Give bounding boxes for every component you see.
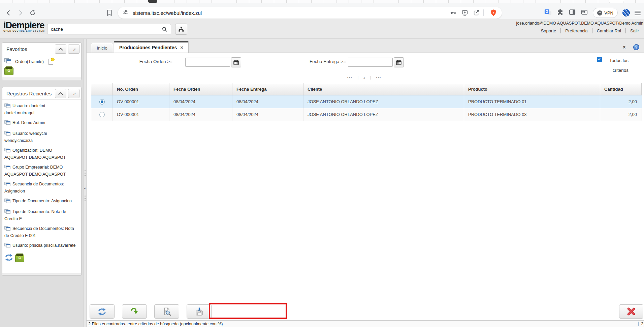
status-message: 2 Filas encontradas- entre criterios de …: [88, 322, 638, 326]
cell-fecha-orden: 08/04/2024: [169, 95, 232, 108]
list-item[interactable]: Organización: DEMO AQUASPOT DEMO AQUASPO…: [4, 147, 76, 160]
recent-panel-actions: ♻: [2, 253, 81, 263]
sidebar-splitter[interactable]: ◂: [84, 39, 87, 327]
zoom-record-button[interactable]: [154, 304, 179, 319]
bookmark-icon[interactable]: [105, 8, 114, 17]
menu-tree-button[interactable]: [175, 24, 187, 35]
annotation-red-box: [209, 303, 287, 319]
fecha-entrega-calendar-button[interactable]: [394, 57, 404, 67]
refresh-button[interactable]: [90, 304, 115, 319]
link-soporte[interactable]: Soporte: [537, 28, 561, 33]
export-button[interactable]: [187, 304, 212, 319]
col-cliente[interactable]: Cliente: [303, 83, 464, 95]
reset-button[interactable]: [122, 304, 147, 319]
install-icon[interactable]: [460, 8, 469, 17]
list-item[interactable]: Tipo de Documento: Asignacion: [4, 198, 76, 205]
collapse-button[interactable]: [55, 89, 66, 98]
help-icon[interactable]: ?: [633, 44, 639, 50]
key-icon[interactable]: [449, 8, 458, 17]
table-row[interactable]: OV-000001 08/04/2024 08/04/2024 JOSE ANT…: [91, 95, 642, 108]
fecha-orden-input[interactable]: [185, 58, 230, 67]
col-no-orden[interactable]: No. Orden: [113, 83, 169, 95]
col-fecha-entrega[interactable]: Fecha Entrega: [232, 83, 303, 95]
new-record-icon[interactable]: [49, 59, 53, 65]
table-header-row: No. Orden Fecha Orden Fecha Entrega Clie…: [91, 83, 642, 95]
splitter-collapse-arrow[interactable]: ◂: [84, 186, 86, 190]
main-area: Inicio Producciones Pendientes × « ? Fec…: [87, 39, 644, 327]
favorites-trash-row: ♻: [2, 65, 81, 77]
fecha-orden-calendar-button[interactable]: [231, 57, 241, 67]
list-item[interactable]: Secuencia de Documentos: Nota de Credito…: [4, 226, 76, 239]
status-bar: 2 Filas encontradas- entre criterios de …: [87, 320, 644, 327]
row-radio[interactable]: [99, 112, 105, 117]
window-icon: [4, 120, 10, 127]
vpn-button[interactable]: VPN: [593, 8, 618, 18]
splitter-dots-right[interactable]: •••: [376, 76, 381, 79]
tab-producciones-pendientes[interactable]: Producciones Pendientes ×: [114, 41, 189, 53]
tab-label: Producciones Pendientes: [119, 45, 177, 50]
back-icon[interactable]: [4, 8, 13, 17]
cancel-button[interactable]: [619, 304, 643, 319]
col-fecha-orden[interactable]: Fecha Orden: [169, 83, 232, 95]
panel-footer-strip: [2, 78, 81, 80]
link-cambiar-rol[interactable]: Cambiar Rol: [592, 28, 625, 33]
sidebar-toggle-icon[interactable]: [569, 8, 576, 17]
expand-button[interactable]: ↔: [68, 89, 79, 98]
extensions-puzzle-icon[interactable]: [556, 8, 564, 17]
list-item[interactable]: Usuario: wendychi wendy.chicaiza: [4, 130, 76, 144]
splitter-dots-left[interactable]: •••: [347, 76, 352, 79]
col-producto[interactable]: Producto: [464, 83, 600, 95]
logo-tagline: OPEN SOURCE ERP SYSTEM: [3, 30, 47, 32]
cell-fecha-orden: 08/04/2024: [169, 108, 232, 121]
trash-icon[interactable]: ♻: [4, 67, 13, 75]
share-icon[interactable]: [472, 8, 481, 17]
wallet-icon[interactable]: [581, 8, 588, 17]
tab-bar: Inicio Producciones Pendientes × « ?: [87, 40, 644, 53]
row-radio-selected[interactable]: [99, 99, 105, 105]
favorites-panel: Favoritos ↔ Orden(Tramite) ♻: [2, 42, 82, 80]
list-item[interactable]: Secuencia de Documentos: Asignacion: [4, 181, 76, 194]
tune-icon[interactable]: [122, 9, 129, 17]
list-item-label: Tipo de Documento: Nota de Credito E: [4, 209, 66, 221]
menu-icon[interactable]: [635, 11, 641, 15]
browser-toolbar: sistema.itsc.ec/webui/index.zul G: [0, 3, 644, 19]
all-criteria-field: ✓ Todos los criterios: [597, 56, 629, 75]
collapse-button[interactable]: [55, 44, 66, 54]
splitter-collapse-up[interactable]: ▴: [363, 76, 365, 79]
forward-icon[interactable]: [16, 8, 25, 17]
info-window-content: Fecha Orden >= Fecha Entrega >= ✓ Todos …: [87, 53, 644, 320]
search-icon[interactable]: [159, 24, 171, 34]
close-tab-icon[interactable]: ×: [180, 45, 183, 50]
tab-label: Inicio: [97, 46, 107, 51]
list-item[interactable]: Rol: Demo Admin: [4, 120, 76, 127]
translate-icon[interactable]: G: [544, 8, 552, 17]
expand-button[interactable]: ↔: [68, 44, 79, 54]
cell-no-orden: OV-000001: [113, 108, 169, 121]
url-bar[interactable]: sistema.itsc.ec/webui/index.zul: [118, 7, 502, 19]
tab-inicio[interactable]: Inicio: [91, 43, 113, 53]
trash-icon[interactable]: ♻: [15, 255, 24, 262]
url-text[interactable]: sistema.itsc.ec/webui/index.zul: [133, 10, 446, 16]
favorite-item-orden-tramite[interactable]: Orden(Tramite): [2, 55, 81, 65]
list-item-label: Usuario: wendychi wendy.chicaiza: [4, 131, 47, 143]
list-item-label: Tipo de Documento: Asignacion: [12, 199, 72, 203]
list-item[interactable]: Usuario: priscila priscila.navarrete: [4, 242, 76, 249]
reload-icon[interactable]: [28, 8, 37, 17]
col-cantidad[interactable]: Cantidad: [600, 83, 642, 95]
cell-cantidad: 2,00: [600, 108, 642, 121]
list-item[interactable]: Usuario: danielmi daniel.muirragui: [4, 103, 76, 116]
collapse-all-icon[interactable]: «: [621, 46, 627, 49]
list-item-label: Grupo Empresarial: DEMO AQUASPOT DEMO AQ…: [4, 165, 66, 177]
brave-rewards-icon[interactable]: [622, 9, 630, 17]
link-salir[interactable]: Salir: [625, 28, 643, 33]
refresh-icon[interactable]: [4, 254, 13, 263]
fecha-entrega-input[interactable]: [348, 58, 393, 67]
list-item[interactable]: Grupo Empresarial: DEMO AQUASPOT DEMO AQ…: [4, 164, 76, 177]
list-item[interactable]: Tipo de Documento: Nota de Credito E: [4, 209, 76, 222]
search-input[interactable]: [47, 24, 159, 34]
all-criteria-checkbox[interactable]: ✓: [597, 57, 602, 62]
brave-shield-icon[interactable]: [489, 8, 498, 17]
table-row[interactable]: OV-000001 08/04/2024 08/04/2024 JOSE ANT…: [91, 108, 642, 121]
link-preferencia[interactable]: Preferencia: [560, 28, 592, 33]
window-icon: [4, 165, 10, 171]
